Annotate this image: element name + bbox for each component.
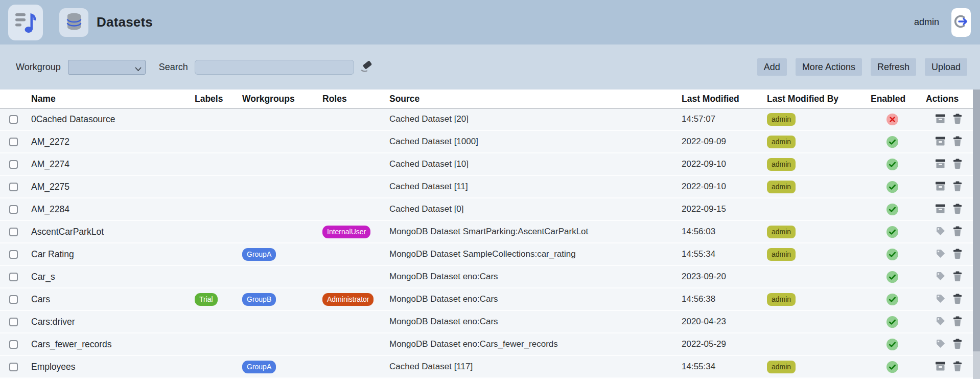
dataset-name: 0Cached Datasource [25,114,191,125]
trash-icon [952,249,963,260]
trash-icon [952,339,963,350]
row-checkbox[interactable] [9,115,18,124]
table-row[interactable]: AM_2272 Cached Dataset [1000] 2022-09-09… [0,131,973,153]
dataset-name: AM_2274 [25,159,191,170]
table-row[interactable]: Cars Trial GroupB Administrator MongoDB … [0,288,973,311]
column-header-enabled[interactable]: Enabled [865,94,920,104]
column-header-name[interactable]: Name [25,94,191,104]
search-input[interactable] [195,60,354,75]
table-row[interactable]: AM_2274 Cached Dataset [10] 2022-09-10 a… [0,153,973,176]
logged-in-user: admin [914,17,939,28]
scrollbar-thumb[interactable] [973,90,980,351]
dataset-name: Cars_fewer_records [25,339,191,350]
table-row[interactable]: Car_s MongoDB Dataset eno:Cars 2023-09-2… [0,266,973,288]
last-modified-cell: 2022-09-10 [677,159,762,169]
column-header-last-modified-by[interactable]: Last Modified By [762,94,865,104]
upload-button[interactable]: Upload [925,58,967,76]
archive-button[interactable] [935,181,946,193]
status-enabled-icon [886,271,898,283]
trash-button[interactable] [952,181,963,193]
row-checkbox[interactable] [9,273,18,281]
clear-search-button[interactable] [360,59,374,75]
eraser-icon [360,67,374,75]
table-row[interactable]: AM_2284 Cached Dataset [0] 2022-09-15 [0,198,973,221]
archive-button[interactable] [935,159,946,170]
page-title: Datasets [97,14,153,30]
row-checkbox[interactable] [9,183,18,191]
logout-button[interactable] [951,8,971,37]
row-checkbox[interactable] [9,160,18,169]
app-logo-button[interactable] [8,5,43,40]
trash-button[interactable] [952,159,963,170]
column-header-roles[interactable]: Roles [319,94,386,104]
dataset-name: Car Rating [25,249,191,260]
trash-button[interactable] [952,114,963,125]
workgroup-label: Workgroup [16,62,61,73]
trash-button[interactable] [952,204,963,215]
trash-button[interactable] [952,226,963,238]
table-row[interactable]: Car Rating GroupA MongoDB Dataset Sample… [0,243,973,266]
archive-button[interactable] [935,361,946,373]
last-modified-cell: 14:57:07 [677,114,762,124]
trash-icon [952,361,963,373]
archive-icon [935,181,946,193]
table-row[interactable]: Employees GroupA Cached Dataset [117] 14… [0,356,973,378]
column-header-workgroups[interactable]: Workgroups [239,94,319,104]
refresh-button[interactable]: Refresh [871,58,916,76]
workgroup-badge: GroupA [242,361,276,373]
source-cell: Cached Dataset [11] [386,182,677,192]
workgroup-select[interactable] [68,60,146,75]
source-cell: MongoDB Dataset eno:Cars [386,317,677,327]
row-checkbox[interactable] [9,295,18,304]
column-header-last-modified[interactable]: Last Modified [677,94,762,104]
actions-cell [920,339,973,350]
archive-button[interactable] [935,114,946,125]
table-row[interactable]: Cars_fewer_records MongoDB Dataset eno:C… [0,333,973,356]
tag-icon [936,339,946,350]
row-checkbox[interactable] [9,205,18,214]
row-checkbox[interactable] [9,363,18,371]
archive-icon [935,204,946,215]
column-header-labels[interactable]: Labels [191,94,239,104]
page-icon-tile [59,8,88,37]
tag-button[interactable] [936,226,946,238]
last-modified-cell: 2020-04-23 [677,317,762,327]
last-modified-cell: 14:55:34 [677,362,762,372]
tag-button[interactable] [936,316,946,328]
archive-button[interactable] [935,204,946,215]
actions-cell [920,361,973,373]
trash-button[interactable] [952,316,963,328]
row-checkbox[interactable] [9,228,18,236]
row-checkbox[interactable] [9,138,18,146]
table-row[interactable]: Cars:driver MongoDB Dataset eno:Cars 202… [0,311,973,333]
table-row[interactable]: AscentCarParkLot InternalUser MongoDB Da… [0,221,973,243]
trash-button[interactable] [952,271,963,283]
row-checkbox[interactable] [9,318,18,326]
row-checkbox[interactable] [9,340,18,349]
source-cell: MongoDB Dataset eno:Cars_fewer_records [386,339,677,349]
trash-button[interactable] [952,294,963,305]
tag-button[interactable] [936,339,946,350]
tag-icon [936,271,946,283]
trash-button[interactable] [952,361,963,373]
column-header-actions[interactable]: Actions [920,94,973,104]
more-actions-button[interactable]: More Actions [796,58,862,76]
trash-button[interactable] [952,249,963,260]
table-row[interactable]: 0Cached Datasource Cached Dataset [20] 1… [0,108,973,131]
tag-button[interactable] [936,249,946,260]
table-row[interactable]: AM_2275 Cached Dataset [11] 2022-09-10 a… [0,176,973,198]
column-header-source[interactable]: Source [386,94,677,104]
tag-button[interactable] [936,271,946,283]
archive-button[interactable] [935,136,946,148]
tag-button[interactable] [936,294,946,305]
trash-icon [952,316,963,328]
toolbar: Workgroup Search Add More Actions Refres… [0,44,980,90]
last-modified-cell: 2023-09-20 [677,272,762,282]
trash-button[interactable] [952,136,963,148]
status-enabled-icon [886,249,898,260]
vertical-scrollbar[interactable] [973,90,980,379]
status-enabled-icon [886,294,898,305]
row-checkbox[interactable] [9,250,18,259]
trash-button[interactable] [952,339,963,350]
add-button[interactable]: Add [757,58,787,76]
